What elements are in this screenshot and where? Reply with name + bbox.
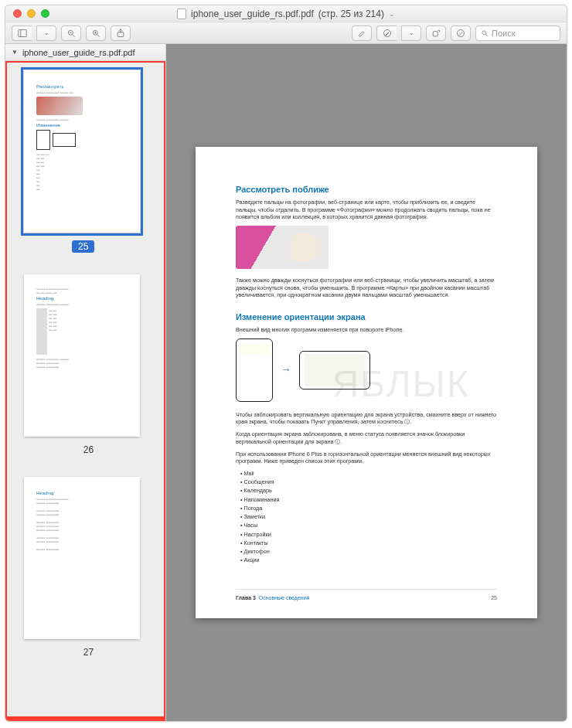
svg-point-14 [482,30,486,34]
paragraph: Также можно дважды коснуться фотографии … [236,277,497,299]
thumbnail-page: ===== ======= ======= == ==== == Heading… [24,274,140,437]
search-placeholder: Поиск [492,29,515,38]
maximize-icon[interactable] [41,9,49,18]
svg-line-6 [97,34,100,36]
footer-chapter: Глава 3 Основные сведения [236,594,309,601]
close-icon[interactable] [13,9,22,18]
search-input[interactable]: Поиск [475,26,560,41]
svg-rect-0 [18,29,26,36]
svg-point-13 [458,29,465,36]
content-area: ▼ iphone_user_guide_rs.pdf.pdf Рассмотре… [5,44,567,721]
sidebar-toggle-button[interactable] [12,26,32,41]
arrow-right-icon: → [281,362,291,377]
disclosure-triangle-icon[interactable]: ▼ [12,49,18,56]
zoom-in-icon [91,29,100,38]
zoom-out-button[interactable] [61,26,81,41]
document-icon [177,9,186,19]
paragraph: Чтобы заблокировать вертикальную ориента… [236,411,497,426]
list-item: Акции [240,556,497,564]
thumbnail-label: 27 [24,647,153,658]
thumbnail-25[interactable]: Рассмотреть ===== ======= ===== == =====… [24,70,153,253]
svg-line-3 [73,34,75,36]
apps-list: Mail Сообщения Календарь Напоминания Пог… [236,470,497,564]
svg-rect-12 [433,31,438,36]
sidebar-header[interactable]: ▼ iphone_user_guide_rs.pdf.pdf [5,44,165,61]
list-item: Календарь [240,487,497,495]
search-icon [481,29,489,37]
minimize-icon[interactable] [27,9,36,18]
window-title: iphone_user_guide_rs.pdf.pdf (стр. 25 из… [5,9,567,19]
chevron-down-icon: ⌄ [44,29,49,36]
thumbnail-label: 26 [24,444,153,455]
annotate-button[interactable] [451,26,471,41]
list-item: Напоминания [240,496,497,504]
rotate-button[interactable] [426,26,446,41]
markup-button[interactable] [376,26,397,41]
heading-orientation: Изменение ориентации экрана [236,311,497,323]
paragraph: Когда ориентация экрана заблокирована, в… [236,430,497,445]
thumbnails-sidebar: ▼ iphone_user_guide_rs.pdf.pdf Рассмотре… [5,44,166,721]
paragraph: Внешний вид многих программ изменяется п… [236,326,497,334]
list-item: Часы [240,522,497,529]
sidebar-icon [18,29,27,38]
toolbar: ⌄ ⌄ Поиск [5,22,567,44]
sidebar-filename: iphone_user_guide_rs.pdf.pdf [22,48,135,57]
page-viewer[interactable]: Рассмотреть поближе Разведите пальцы на … [166,44,567,721]
rotation-illustration: → [236,338,497,402]
thumbnail-page: Heading ===== ======= ========== =======… [24,477,140,639]
phone-portrait-icon [236,338,273,402]
share-icon [116,29,125,38]
titlebar: iphone_user_guide_rs.pdf.pdf (стр. 25 из… [5,5,567,22]
svg-line-15 [485,34,488,36]
list-item: Контакты [240,539,497,547]
paragraph: Разведите пальцы на фотографии, веб-стра… [236,199,497,221]
title-page-info: (стр. 25 из 214) [318,9,384,19]
markup-menu-button[interactable]: ⌄ [401,26,421,41]
highlight-button[interactable] [352,26,372,41]
rotate-icon [431,29,441,38]
list-item: Mail [240,470,497,478]
highlighter-icon [357,29,366,38]
thumbnails-list: Рассмотреть ===== ======= ===== == =====… [5,61,165,721]
share-button[interactable] [111,26,131,41]
thumbnail-26[interactable]: ===== ======= ======= == ==== == Heading… [24,274,153,455]
app-window: iphone_user_guide_rs.pdf.pdf (стр. 25 из… [5,5,567,722]
traffic-lights [5,9,49,18]
sidebar-menu-button[interactable]: ⌄ [36,26,56,41]
annotations-icon [456,29,465,38]
paragraph: При использовании iPhone 6 Plus в горизо… [236,451,497,465]
thumbnail-page: Рассмотреть ===== ======= ===== == =====… [24,70,140,233]
thumbnail-label: 25 [72,240,94,253]
list-item: Заметки [240,513,497,521]
list-item: Диктофон [240,548,497,556]
chevron-down-icon: ⌄ [409,29,414,36]
page-footer: Глава 3 Основные сведения 25 [236,589,497,601]
footer-page-number: 25 [491,594,497,601]
pdf-page: Рассмотреть поближе Разведите пальцы на … [196,147,537,618]
list-item: Настройки [240,531,497,539]
pencil-icon [383,29,392,38]
list-item: Погода [240,505,497,512]
list-item: Сообщения [240,478,497,486]
zoom-out-icon [66,29,76,38]
pinch-gesture-image [236,226,329,269]
heading-zoom: Рассмотреть поближе [236,184,497,196]
chevron-down-icon[interactable]: ⌄ [389,10,395,18]
thumbnail-27[interactable]: Heading ===== ======= ========== =======… [24,477,153,658]
zoom-in-button[interactable] [86,26,106,41]
title-filename: iphone_user_guide_rs.pdf.pdf [191,9,314,19]
phone-landscape-icon [299,351,370,390]
